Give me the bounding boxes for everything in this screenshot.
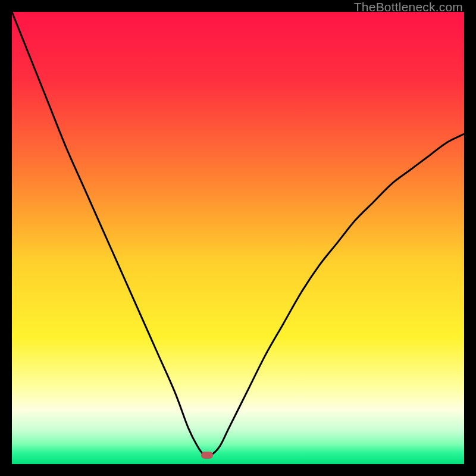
watermark-text: TheBottleneck.com xyxy=(354,0,463,14)
chart-frame xyxy=(12,12,464,464)
chart-background xyxy=(12,12,464,464)
chart-plot xyxy=(12,12,464,464)
optimum-marker xyxy=(201,452,213,459)
